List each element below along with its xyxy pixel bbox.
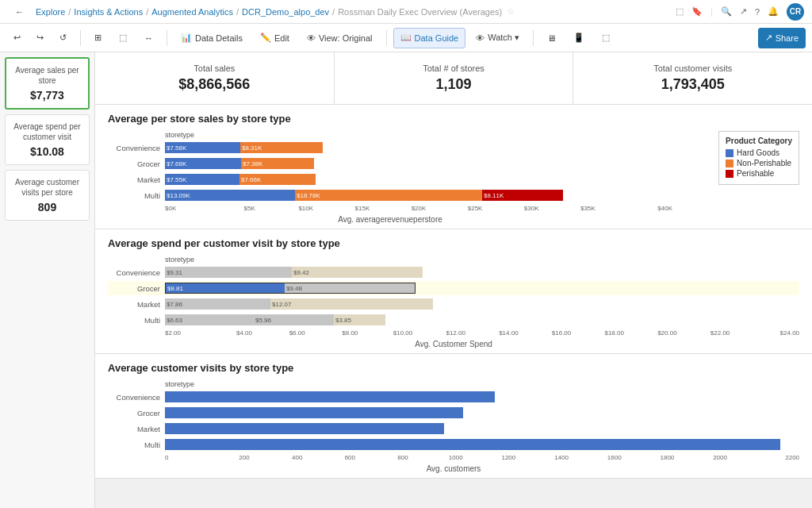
bar3-grocer bbox=[165, 407, 463, 418]
sidebar-card-visits-title: Average customer visits per store bbox=[10, 177, 84, 198]
chart1-storetype-label: storetype bbox=[165, 131, 672, 139]
bar2-multi-3: $3.85 bbox=[334, 314, 385, 325]
undo-button[interactable]: ↩ bbox=[6, 28, 28, 48]
bar2-conv-2: $9.42 bbox=[292, 267, 423, 278]
data-guide-button[interactable]: 📖 Data Guide bbox=[393, 28, 466, 48]
chart3-section: Average customer visits by store type st… bbox=[95, 354, 812, 479]
breadcrumb-augmented[interactable]: Augmented Analytics bbox=[151, 7, 233, 17]
breadcrumb-explore[interactable]: Explore bbox=[36, 7, 65, 17]
mobile-button[interactable]: 📱 bbox=[566, 28, 592, 48]
star-icon[interactable]: ☆ bbox=[507, 6, 515, 17]
sep2 bbox=[167, 30, 167, 46]
top-bar: ← Explore / Insights & Actions / Augment… bbox=[0, 0, 812, 24]
stat-total-sales-title: Total sales bbox=[103, 64, 326, 73]
sidebar-card-sales-title: Average sales per store bbox=[11, 65, 83, 86]
chart1-row-convenience: Convenience $7.58K $8.31K bbox=[108, 140, 672, 155]
watch-icon: 👁 bbox=[476, 33, 485, 43]
chart1-xlabel: Avg. averagerevenueperstore bbox=[108, 215, 672, 224]
stat-total-stores-value: 1,109 bbox=[343, 76, 565, 93]
content-area: Total sales $8,866,566 Total # of stores… bbox=[95, 52, 812, 508]
watch-button[interactable]: 👁 Watch ▾ bbox=[469, 28, 527, 48]
sidebar-card-spend-title: Average spend per customer visit bbox=[10, 121, 84, 142]
chart1-section: Average per store sales by store type Pr… bbox=[95, 105, 812, 229]
sidebar-card-sales-value: $7,773 bbox=[11, 89, 83, 102]
chart1-title: Average per store sales by store type bbox=[108, 113, 799, 125]
edit-button[interactable]: ✏️ Edit bbox=[253, 28, 297, 48]
bar2-multi-2: $5.96 bbox=[254, 314, 334, 325]
redo2-button[interactable]: ↺ bbox=[52, 28, 74, 48]
stat-total-sales-value: $8,866,566 bbox=[103, 76, 326, 93]
bar2-multi-1: $6.63 bbox=[165, 314, 254, 325]
chart3-row-market: Market bbox=[108, 421, 799, 436]
chart2-row-market: Market $7.86 $12.07 bbox=[108, 297, 799, 311]
stat-total-stores: Total # of stores 1,109 bbox=[335, 52, 574, 104]
bar2-market-2: $12.07 bbox=[270, 298, 433, 310]
present-button[interactable]: 🖥 bbox=[540, 28, 563, 48]
toolbar: ↩ ↪ ↺ ⊞ ⬚ ↔ 📊 Data Details ✏️ Edit 👁 Vie… bbox=[0, 24, 812, 52]
legend-perishable: Perishable bbox=[726, 169, 792, 178]
bar-conv-nonperish: $8.31K bbox=[240, 142, 323, 153]
sidebar: Average sales per store $7,773 Average s… bbox=[0, 52, 95, 508]
view-icon: 👁 bbox=[307, 33, 316, 43]
back-button[interactable]: ← bbox=[8, 2, 31, 22]
chart3-title: Average customer visits by store type bbox=[108, 362, 799, 374]
help-icon[interactable]: ? bbox=[755, 7, 760, 17]
bar-multi-hard: $13.09K bbox=[165, 190, 295, 201]
chart3-row-grocer: Grocer bbox=[108, 406, 799, 420]
chart2-storetype-label: storetype bbox=[165, 256, 799, 264]
stat-total-visits-value: 1,793,405 bbox=[581, 76, 804, 93]
chart2-x-axis: $2.00 $4.00 $6.00 $8.00 $10.00 $12.00 $1… bbox=[165, 329, 799, 337]
chart1-legend: Product Category Hard Goods Non-Perishab… bbox=[718, 131, 799, 185]
search-icon[interactable]: 🔍 bbox=[721, 6, 732, 17]
bar-market-hard: $7.55K bbox=[165, 174, 239, 185]
stat-total-stores-title: Total # of stores bbox=[343, 64, 565, 73]
chart1-x-axis: $0K $5K $10K $15K $20K $25K $30K $35K $4… bbox=[165, 205, 672, 212]
tablet-icon[interactable]: ⬚ bbox=[676, 6, 684, 17]
tablet2-button[interactable]: ⬚ bbox=[595, 28, 617, 48]
topbar-right-icons: ⬚ 🔖 | 🔍 ↗ ? 🔔 CR bbox=[676, 3, 804, 21]
share-arrow-icon: ↗ bbox=[765, 33, 772, 43]
bar2-grocer-2: $9.48 bbox=[285, 283, 415, 293]
bar-multi-nonperish: $18.78K bbox=[295, 190, 482, 201]
legend-title: Product Category bbox=[726, 137, 792, 145]
sidebar-card-spend-value: $10.08 bbox=[10, 145, 84, 158]
bar-multi-perish: $8.11K bbox=[482, 190, 563, 201]
sidebar-card-spend[interactable]: Average spend per customer visit $10.08 bbox=[5, 114, 90, 165]
breadcrumb-insights[interactable]: Insights & Actions bbox=[74, 7, 143, 17]
chart2-title: Average spend per customer visit by stor… bbox=[108, 237, 799, 249]
layout-button[interactable]: ⬚ bbox=[112, 28, 134, 48]
bar3-multi bbox=[165, 439, 780, 450]
bell-icon[interactable]: 🔔 bbox=[768, 6, 779, 17]
chart2-row-convenience: Convenience $9.31 $9.42 bbox=[108, 265, 799, 279]
data-guide-icon: 📖 bbox=[400, 33, 412, 43]
arrows-button[interactable]: ↔ bbox=[137, 28, 160, 48]
sidebar-card-visits[interactable]: Average customer visits per store 809 bbox=[5, 170, 90, 221]
sep3 bbox=[386, 30, 387, 46]
stat-row: Total sales $8,866,566 Total # of stores… bbox=[95, 52, 812, 105]
chart3-storetype-label: storetype bbox=[165, 380, 799, 388]
data-details-button[interactable]: 📊 Data Details bbox=[174, 28, 250, 48]
chart1-row-market: Market $7.55K $7.66K bbox=[108, 172, 672, 187]
chart3-x-axis: 0 200 400 600 800 1000 1200 1400 1600 18… bbox=[165, 454, 799, 461]
grid-button[interactable]: ⊞ bbox=[87, 28, 109, 48]
legend-hard-goods: Hard Goods bbox=[726, 148, 792, 157]
view-original-button[interactable]: 👁 View: Original bbox=[300, 28, 380, 48]
sidebar-card-sales[interactable]: Average sales per store $7,773 bbox=[5, 57, 90, 110]
bookmark-icon[interactable]: 🔖 bbox=[691, 6, 703, 17]
chart1-row-multi: Multi $13.09K $18.78K $8.11K bbox=[108, 188, 672, 202]
legend-non-perishable: Non-Perishable bbox=[726, 159, 792, 167]
share-button[interactable]: ↗ Share bbox=[758, 28, 806, 48]
chart2-xlabel: Avg. Customer Spend bbox=[108, 340, 799, 348]
avatar[interactable]: CR bbox=[787, 3, 804, 21]
stat-total-visits: Total customer visits 1,793,405 bbox=[573, 52, 812, 104]
breadcrumb-project[interactable]: DCR_Demo_alpo_dev bbox=[242, 7, 329, 17]
chart2-section: Average spend per customer visit by stor… bbox=[95, 229, 812, 354]
main-layout: Average sales per store $7,773 Average s… bbox=[0, 52, 812, 508]
redo-button[interactable]: ↪ bbox=[29, 28, 51, 48]
bar3-convenience bbox=[165, 391, 495, 402]
bar-market-nonperish: $7.66K bbox=[239, 174, 316, 185]
chart3-xlabel: Avg. customers bbox=[108, 464, 799, 473]
legend-hard-goods-dot bbox=[726, 149, 733, 157]
share-icon[interactable]: ↗ bbox=[740, 6, 747, 17]
chart2-row-multi: Multi $6.63 $5.96 $3.85 bbox=[108, 313, 799, 327]
